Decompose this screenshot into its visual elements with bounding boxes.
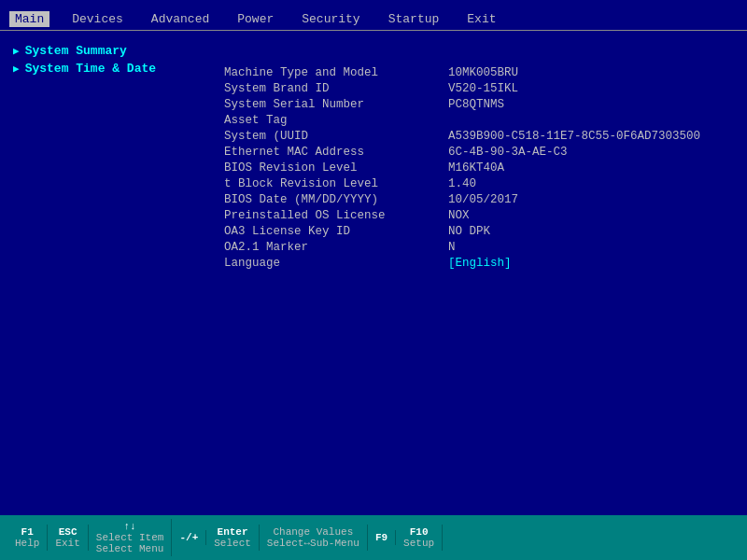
status-block: F10Setup <box>396 525 443 551</box>
info-label: System (UUID <box>224 130 448 143</box>
info-value: 10/05/2017 <box>448 193 518 206</box>
info-label: Asset Tag <box>224 114 448 127</box>
table-row: BIOS Revision LevelM16KT40A <box>224 161 738 175</box>
title-bar <box>0 0 747 9</box>
info-label: Language <box>224 257 448 270</box>
menu-item-startup[interactable]: Startup <box>383 11 445 27</box>
status-desc: Change Values <box>273 526 353 538</box>
info-value: [English] <box>448 257 512 270</box>
table-row: System Serial NumberPC8QTNMS <box>224 98 738 111</box>
status-key: F10 <box>410 526 429 538</box>
status-desc: Select <box>214 538 251 549</box>
menu-bar: MainDevicesAdvancedPowerSecurityStartupE… <box>0 9 747 31</box>
status-block: Change ValuesSelect↔Sub-Menu <box>260 525 368 551</box>
table-row: OA3 License Key IDNO DPK <box>224 225 738 238</box>
info-value: 1.40 <box>448 177 476 190</box>
menu-item-advanced[interactable]: Advanced <box>146 11 215 27</box>
nav-label: System Summary <box>25 44 127 58</box>
status-desc: Help <box>15 538 39 549</box>
table-row: Preinstalled OS LicenseNOX <box>224 209 738 222</box>
table-row: t Block Revision Level1.40 <box>224 177 738 190</box>
info-label: System Brand ID <box>224 82 448 95</box>
menu-item-exit[interactable]: Exit <box>461 11 501 27</box>
info-label: BIOS Revision Level <box>224 161 448 175</box>
status-block: -/+ <box>172 530 206 545</box>
nav-item-0[interactable]: ▶System Summary <box>9 42 215 60</box>
status-block: F9 <box>368 530 396 545</box>
info-value: N <box>448 241 456 254</box>
status-key: ESC <box>59 526 78 538</box>
info-value: NO DPK <box>448 225 490 238</box>
status-key: F9 <box>375 532 388 543</box>
info-label: BIOS Date (MM/DD/YYYY) <box>224 193 448 206</box>
status-desc: Setup <box>403 538 434 549</box>
status-key: -/+ <box>179 532 198 543</box>
info-label: OA2.1 Marker <box>224 241 448 254</box>
info-value: 10MK005BRU <box>448 66 518 79</box>
status-block: ESCExit <box>48 525 88 551</box>
info-label: System Serial Number <box>224 98 448 111</box>
info-value: A539B900-C518-11E7-8C55-0F6AD7303500 <box>448 130 700 143</box>
info-value: PC8QTNMS <box>448 98 504 111</box>
menu-item-devices[interactable]: Devices <box>66 11 129 27</box>
status-bar: F1HelpESCExit↑↓Select ItemSelect Menu-/+… <box>0 515 747 560</box>
status-desc2: Select↔Sub-Menu <box>267 538 359 549</box>
table-row: Machine Type and Model10MK005BRU <box>224 66 738 79</box>
content-area: ▶System Summary▶System Time & Date Machi… <box>0 31 747 497</box>
table-row: Asset Tag <box>224 114 738 127</box>
info-table: Machine Type and Model10MK005BRUSystem B… <box>215 38 738 490</box>
status-block: EnterSelect <box>206 525 260 551</box>
info-value: NOX <box>448 209 470 222</box>
info-value: M16KT40A <box>448 161 504 175</box>
info-label: Machine Type and Model <box>224 66 448 79</box>
info-value: 6C-4B-90-3A-AE-C3 <box>448 146 568 159</box>
nav-arrow-icon: ▶ <box>13 63 20 75</box>
table-row: System (UUIDA539B900-C518-11E7-8C55-0F6A… <box>224 130 738 143</box>
table-row: Language[English] <box>224 257 738 270</box>
status-key: F1 <box>21 526 34 538</box>
info-label: Preinstalled OS License <box>224 209 448 222</box>
left-nav: ▶System Summary▶System Time & Date <box>9 38 215 490</box>
status-key: ↑↓ <box>124 521 136 532</box>
nav-label: System Time & Date <box>25 62 156 76</box>
menu-item-power[interactable]: Power <box>232 11 279 27</box>
status-key: Enter <box>218 526 248 538</box>
status-desc: Select Item <box>96 532 164 543</box>
info-value: V520-15IKL <box>448 82 518 95</box>
info-label: Ethernet MAC Address <box>224 146 448 159</box>
table-row: Ethernet MAC Address6C-4B-90-3A-AE-C3 <box>224 146 738 159</box>
table-row: BIOS Date (MM/DD/YYYY)10/05/2017 <box>224 193 738 206</box>
status-desc: Exit <box>55 538 79 549</box>
nav-item-1[interactable]: ▶System Time & Date <box>9 60 215 77</box>
status-block: ↑↓Select ItemSelect Menu <box>89 519 173 556</box>
nav-arrow-icon: ▶ <box>13 45 20 57</box>
menu-item-main[interactable]: Main <box>9 11 49 27</box>
table-row: OA2.1 MarkerN <box>224 241 738 254</box>
info-label: t Block Revision Level <box>224 177 448 190</box>
menu-item-security[interactable]: Security <box>296 11 365 27</box>
info-label: OA3 License Key ID <box>224 225 448 238</box>
status-block: F1Help <box>7 525 48 551</box>
table-row: System Brand IDV520-15IKL <box>224 82 738 95</box>
status-desc2: Select Menu <box>96 543 164 554</box>
